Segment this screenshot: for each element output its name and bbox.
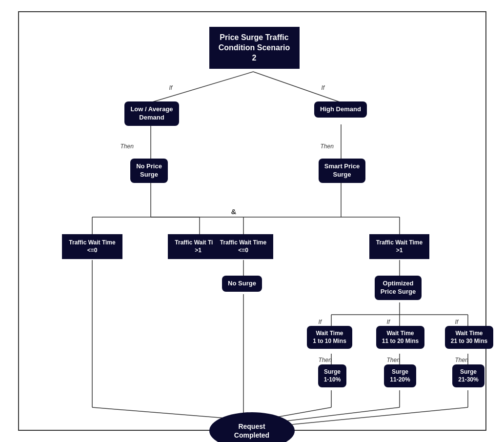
- surge-1-10-node: Surge 1-10%: [309, 364, 356, 387]
- root-node: Price Surge Traffic Condition Scenario 2: [209, 27, 300, 69]
- diagram-container: Price Surge Traffic Condition Scenario 2…: [18, 11, 486, 431]
- then-low-label: Then: [121, 143, 134, 150]
- wait-11-20-node: Wait Time 11 to 20 Mins: [364, 326, 437, 349]
- if-w2-label: If: [387, 319, 390, 325]
- wait-21-30-node: Wait Time 21 to 30 Mins: [433, 326, 504, 349]
- then-w2-label: Then: [387, 357, 400, 363]
- if-w1-label: If: [319, 319, 322, 325]
- wait-1-10-label: Wait Time 1 to 10 Mins: [307, 326, 352, 349]
- svg-line-0: [151, 72, 253, 102]
- then-w1-label: Then: [319, 357, 332, 363]
- surge-11-20-node: Surge 11-20%: [377, 364, 424, 387]
- traffic-wait-gt1-right-node: Traffic Wait Time >1: [363, 234, 436, 259]
- high-demand-node: High Demand: [303, 101, 379, 118]
- request-completed-node: Request Completed: [209, 412, 295, 442]
- wait-21-30-label: Wait Time 21 to 30 Mins: [445, 326, 493, 349]
- no-surge-node: No Surge: [214, 276, 270, 292]
- traffic-wait-le0-center-node: Traffic Wait Time <=0: [207, 234, 280, 259]
- if-left-label: If: [169, 84, 173, 91]
- wait-1-10-node: Wait Time 1 to 10 Mins: [296, 326, 364, 349]
- svg-line-36: [292, 407, 468, 424]
- wait-11-20-label: Wait Time 11 to 20 Mins: [376, 326, 424, 349]
- traffic-wait-le0-center-label: Traffic Wait Time <=0: [213, 234, 273, 259]
- if-w3-label: If: [455, 319, 459, 325]
- request-completed-label: Request Completed: [209, 412, 295, 442]
- then-w3-label: Then: [455, 357, 468, 363]
- high-demand-label: High Demand: [314, 101, 367, 118]
- svg-line-34: [278, 407, 400, 422]
- optimized-price-surge-label: Optimized Price Surge: [375, 276, 422, 300]
- if-right-label: If: [322, 84, 325, 91]
- no-surge-label: No Surge: [222, 276, 262, 292]
- traffic-wait-le0-left-label: Traffic Wait Time <=0: [62, 234, 122, 259]
- surge-21-30-label: Surge 21-30%: [452, 364, 484, 387]
- no-price-surge-label: No Price Surge: [130, 159, 168, 183]
- ampersand-label: &: [231, 207, 237, 216]
- root-label: Price Surge Traffic Condition Scenario 2: [209, 27, 300, 69]
- surge-11-20-label: Surge 11-20%: [384, 364, 416, 387]
- smart-price-surge-node: Smart Price Surge: [307, 159, 378, 183]
- surge-1-10-label: Surge 1-10%: [318, 364, 347, 387]
- then-high-label: Then: [321, 143, 334, 150]
- low-demand-label: Low / Average Demand: [124, 101, 179, 126]
- traffic-wait-le0-left-node: Traffic Wait Time <=0: [57, 234, 128, 259]
- traffic-wait-gt1-right-label: Traffic Wait Time >1: [369, 234, 429, 259]
- low-demand-node: Low / Average Demand: [114, 101, 190, 126]
- no-price-surge-node: No Price Surge: [118, 159, 181, 183]
- surge-21-30-node: Surge 21-30%: [445, 364, 492, 387]
- smart-price-surge-label: Smart Price Surge: [319, 159, 365, 183]
- optimized-price-surge-node: Optimized Price Surge: [361, 276, 436, 300]
- svg-line-1: [253, 72, 341, 102]
